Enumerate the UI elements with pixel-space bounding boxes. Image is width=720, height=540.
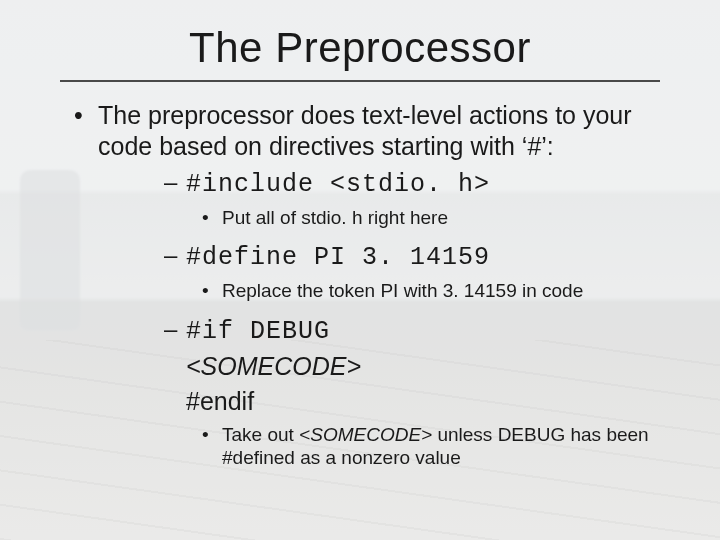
slide-content: The Preprocessor The preprocessor does t… <box>0 0 720 540</box>
intro-bullet: The preprocessor does text-level actions… <box>36 100 684 477</box>
code-include: #include <stdio. h> <box>186 170 490 199</box>
slide: The Preprocessor The preprocessor does t… <box>0 0 720 540</box>
define-note-list: Replace the token PI with 3. 14159 in co… <box>186 274 684 310</box>
if-note: Take out <SOMECODE> unless DEBUG has bee… <box>216 423 684 471</box>
include-note: Put all of stdio. h right here <box>216 206 684 230</box>
title-underline <box>60 80 660 82</box>
body-list: The preprocessor does text-level actions… <box>36 100 684 477</box>
directive-define: #define PI 3. 14159 Replace the token PI… <box>186 240 684 309</box>
code-if: #if DEBUG <box>186 317 330 346</box>
directive-list: #include <stdio. h> Put all of stdio. h … <box>98 167 684 477</box>
if-note-ital: <SOMECODE> <box>299 424 432 445</box>
directive-include: #include <stdio. h> Put all of stdio. h … <box>186 167 684 236</box>
code-define: #define PI 3. 14159 <box>186 243 490 272</box>
intro-text: The preprocessor does text-level actions… <box>98 101 632 160</box>
slide-title: The Preprocessor <box>36 24 684 72</box>
code-endif: #endif <box>186 387 254 415</box>
if-note-list: Take out <SOMECODE> unless DEBUG has bee… <box>186 418 684 478</box>
directive-endif-line: #endif Take out <SOMECODE> unless DEBUG … <box>186 386 684 477</box>
define-note: Replace the token PI with 3. 14159 in co… <box>216 279 684 303</box>
include-note-list: Put all of stdio. h right here <box>186 201 684 237</box>
directive-placeholder-line: <SOMECODE> <box>186 351 684 382</box>
directive-if: #if DEBUG <box>186 314 684 348</box>
code-placeholder: <SOMECODE> <box>186 352 361 380</box>
if-note-pre: Take out <box>222 424 299 445</box>
